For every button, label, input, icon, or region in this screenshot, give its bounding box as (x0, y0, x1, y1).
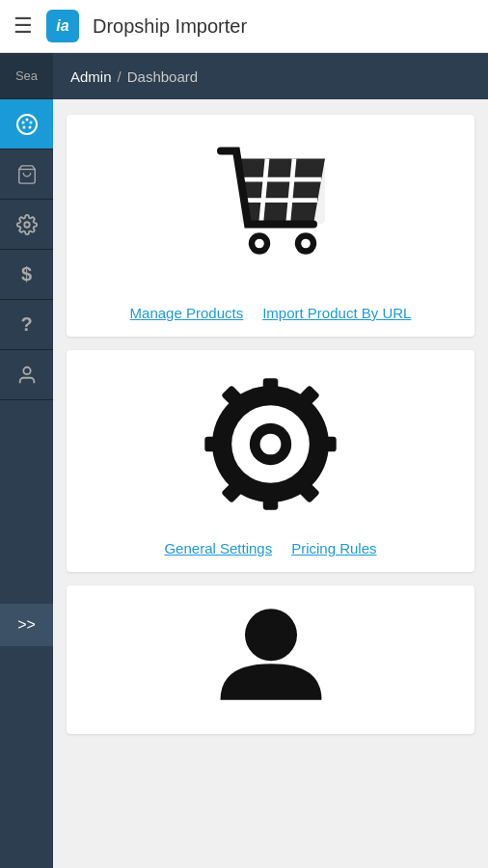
svg-point-17 (301, 239, 311, 249)
cart-card-icon (194, 134, 348, 287)
hamburger-icon[interactable]: ☰ (14, 14, 33, 39)
settings-card: General Settings Pricing Rules (67, 350, 474, 572)
user-icon (16, 365, 38, 386)
person-card-icon (213, 605, 329, 705)
svg-point-15 (255, 239, 264, 249)
content-area: Admin / Dashboard (53, 53, 488, 868)
sidebar-item-help[interactable]: ? (0, 300, 53, 350)
svg-point-1 (21, 121, 24, 123)
svg-point-21 (260, 434, 282, 455)
svg-rect-23 (263, 491, 279, 510)
svg-point-0 (17, 115, 37, 134)
breadcrumb-admin: Admin (70, 68, 112, 85)
sidebar-item-dashboard[interactable] (0, 99, 53, 149)
svg-rect-25 (317, 437, 337, 452)
sidebar-item-pricing[interactable]: $ (0, 250, 53, 300)
svg-rect-24 (204, 437, 224, 452)
svg-point-3 (29, 121, 32, 123)
cards-area: Manage Products Import Product By URL (53, 99, 488, 868)
person-large-icon (213, 605, 329, 701)
import-product-by-url-link[interactable]: Import Product By URL (262, 305, 411, 321)
svg-point-7 (24, 222, 30, 228)
svg-rect-22 (263, 378, 279, 397)
breadcrumb-bar: Admin / Dashboard (53, 53, 488, 99)
breadcrumb-separator: / (118, 68, 122, 85)
app-logo: ia (46, 10, 79, 42)
main-layout: Sea $ (0, 53, 488, 868)
products-card-links: Manage Products Import Product By URL (130, 305, 412, 321)
manage-products-link[interactable]: Manage Products (130, 305, 244, 321)
products-card: Manage Products Import Product By URL (67, 115, 474, 337)
settings-icon (16, 214, 38, 235)
account-card (67, 585, 474, 734)
sidebar-search[interactable]: Sea (0, 53, 53, 99)
cart-icon (16, 164, 38, 185)
sidebar-item-account[interactable] (0, 350, 53, 400)
svg-point-4 (28, 125, 31, 128)
sidebar-expand-button[interactable]: >> (0, 604, 53, 646)
app-title: Dropship Importer (93, 15, 247, 38)
pricing-rules-link[interactable]: Pricing Rules (291, 540, 376, 556)
dollar-icon: $ (21, 263, 32, 285)
sidebar-item-settings[interactable] (0, 200, 53, 250)
palette-icon (15, 113, 39, 136)
settings-card-links: General Settings Pricing Rules (164, 540, 376, 556)
general-settings-link[interactable]: General Settings (164, 540, 272, 556)
sidebar: Sea $ (0, 53, 53, 868)
breadcrumb-page: Dashboard (127, 68, 198, 85)
top-bar: ☰ ia Dropship Importer (0, 0, 488, 53)
gear-large-icon (196, 369, 345, 519)
svg-point-30 (245, 609, 297, 661)
svg-point-2 (25, 118, 28, 121)
sidebar-item-products[interactable] (0, 149, 53, 200)
cart-large-icon (194, 134, 348, 284)
svg-point-5 (22, 125, 25, 128)
svg-point-8 (23, 366, 30, 373)
gear-card-icon (196, 369, 345, 523)
help-icon: ? (20, 313, 32, 336)
